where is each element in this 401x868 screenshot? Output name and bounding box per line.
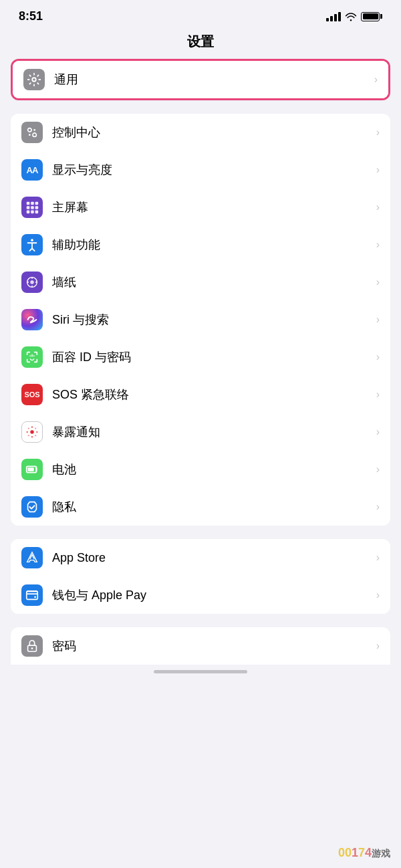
settings-item-general[interactable]: 通用 › — [13, 61, 388, 98]
svg-point-24 — [28, 428, 29, 429]
wallpaper-label: 墙纸 — [52, 274, 371, 290]
faceid-chevron: › — [376, 351, 380, 363]
settings-item-homescreen[interactable]: 主屏幕 › — [11, 189, 390, 226]
svg-rect-5 — [27, 202, 30, 205]
svg-rect-7 — [35, 202, 39, 205]
svg-point-31 — [34, 596, 36, 598]
accessibility-icon — [21, 234, 43, 255]
page-title: 设置 — [0, 29, 401, 59]
general-label: 通用 — [54, 72, 369, 88]
svg-point-14 — [31, 239, 33, 241]
svg-point-4 — [33, 129, 35, 131]
general-icon — [23, 69, 45, 90]
svg-point-33 — [31, 647, 33, 649]
svg-rect-13 — [35, 211, 39, 214]
battery-settings-icon — [21, 459, 43, 480]
svg-rect-8 — [27, 206, 30, 209]
svg-point-1 — [28, 128, 32, 132]
homescreen-label: 主屏幕 — [52, 199, 371, 215]
exposure-label: 暴露通知 — [52, 424, 371, 440]
svg-point-17 — [29, 355, 31, 356]
svg-rect-29 — [28, 467, 34, 471]
passwords-icon — [21, 635, 43, 657]
svg-point-2 — [33, 133, 36, 137]
privacy-label: 隐私 — [52, 499, 371, 515]
sos-label: SOS 紧急联络 — [52, 387, 371, 403]
svg-rect-10 — [35, 206, 39, 209]
appstore-label: App Store — [52, 551, 371, 565]
svg-point-23 — [36, 431, 38, 433]
accessibility-chevron: › — [376, 239, 380, 251]
privacy-icon — [21, 496, 43, 518]
settings-item-battery[interactable]: 电池 › — [11, 451, 390, 488]
status-time: 8:51 — [19, 9, 43, 23]
svg-point-25 — [35, 435, 36, 436]
watermark: 00174游戏 — [338, 846, 390, 860]
svg-rect-12 — [31, 211, 34, 214]
faceid-label: 面容 ID 与密码 — [52, 349, 371, 365]
wallpaper-icon — [21, 272, 43, 293]
store-section: App Store › 钱包与 Apple Pay › — [11, 539, 390, 614]
settings-item-privacy[interactable]: 隐私 › — [11, 488, 390, 526]
homescreen-chevron: › — [376, 201, 380, 213]
settings-item-wallet[interactable]: 钱包与 Apple Pay › — [11, 576, 390, 614]
wallet-label: 钱包与 Apple Pay — [52, 587, 371, 603]
settings-item-faceid[interactable]: 面容 ID 与密码 › — [11, 338, 390, 376]
svg-point-16 — [30, 280, 34, 284]
signal-icon — [326, 12, 341, 21]
appstore-chevron: › — [376, 552, 380, 564]
status-bar: 8:51 — [0, 0, 401, 29]
general-section: 通用 › — [11, 59, 390, 100]
faceid-icon — [21, 346, 43, 368]
display-chevron: › — [376, 164, 380, 176]
general-chevron: › — [374, 74, 378, 86]
homescreen-icon — [21, 197, 43, 218]
settings-item-display[interactable]: AA 显示与亮度 › — [11, 151, 390, 189]
svg-point-20 — [31, 426, 33, 428]
passwords-chevron: › — [376, 640, 380, 652]
passwords-label: 密码 — [52, 638, 371, 654]
battery-icon — [361, 12, 382, 21]
svg-point-18 — [33, 355, 35, 356]
main-section: 控制中心 › AA 显示与亮度 › 主屏幕 › — [11, 114, 390, 526]
accessibility-label: 辅助功能 — [52, 237, 371, 253]
status-icons — [326, 12, 382, 21]
sos-icon: SOS — [21, 384, 43, 405]
home-indicator — [0, 665, 401, 676]
svg-rect-11 — [27, 211, 30, 214]
settings-item-exposure[interactable]: 暴露通知 › — [11, 413, 390, 451]
sos-chevron: › — [376, 389, 380, 401]
exposure-chevron: › — [376, 426, 380, 438]
settings-item-siri[interactable]: Siri 与搜索 › — [11, 301, 390, 338]
exposure-icon — [21, 421, 43, 443]
svg-point-21 — [31, 436, 33, 438]
siri-icon — [21, 309, 43, 330]
svg-point-27 — [35, 428, 36, 429]
siri-label: Siri 与搜索 — [52, 312, 371, 328]
svg-rect-30 — [27, 592, 38, 600]
home-bar — [154, 670, 247, 673]
privacy-chevron: › — [376, 501, 380, 513]
settings-item-control-center[interactable]: 控制中心 › — [11, 114, 390, 151]
settings-item-sos[interactable]: SOS SOS 紧急联络 › — [11, 376, 390, 413]
svg-rect-9 — [31, 206, 34, 209]
control-center-icon — [21, 122, 43, 143]
control-center-chevron: › — [376, 126, 380, 138]
svg-rect-6 — [31, 202, 34, 205]
settings-item-wallpaper[interactable]: 墙纸 › — [11, 263, 390, 301]
siri-chevron: › — [376, 314, 380, 326]
svg-point-26 — [28, 435, 29, 436]
wifi-icon — [345, 12, 357, 21]
battery-chevron: › — [376, 463, 380, 475]
display-label: 显示与亮度 — [52, 162, 371, 178]
appstore-icon — [21, 547, 43, 568]
svg-point-19 — [30, 430, 34, 434]
wallet-chevron: › — [376, 589, 380, 601]
settings-item-accessibility[interactable]: 辅助功能 › — [11, 226, 390, 263]
settings-item-appstore[interactable]: App Store › — [11, 539, 390, 576]
wallet-icon — [21, 584, 43, 606]
battery-label: 电池 — [52, 461, 371, 477]
display-icon: AA — [21, 159, 43, 181]
svg-point-3 — [29, 134, 31, 136]
settings-item-passwords[interactable]: 密码 › — [11, 627, 390, 665]
